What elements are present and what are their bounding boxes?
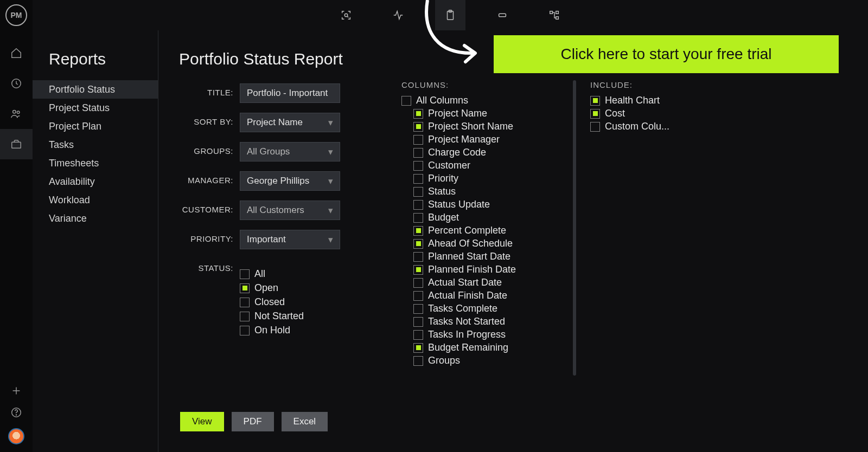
checkbox[interactable] — [413, 226, 423, 236]
svg-rect-3 — [12, 142, 21, 148]
checkbox[interactable] — [240, 326, 250, 335]
column-option-actual-start-date[interactable]: Actual Start Date — [413, 277, 575, 288]
chevron-down-icon: ▾ — [328, 117, 333, 128]
nav-people[interactable] — [0, 99, 33, 129]
user-avatar[interactable] — [8, 428, 24, 444]
title-input[interactable]: Portfolio - Important — [240, 83, 340, 103]
tab-tag[interactable] — [487, 0, 518, 30]
excel-button[interactable]: Excel — [282, 412, 328, 431]
column-option-project-short-name[interactable]: Project Short Name — [413, 121, 575, 132]
priority-select[interactable]: Important▾ — [240, 230, 340, 249]
checkbox[interactable] — [590, 96, 600, 106]
view-button[interactable]: View — [180, 412, 224, 431]
columns-section: COLUMNS: All Columns Project NameProject… — [401, 80, 575, 366]
column-option-tasks-in-progress[interactable]: Tasks In Progress — [413, 329, 575, 340]
tab-clipboard[interactable] — [435, 0, 465, 30]
status-option-on-hold[interactable]: On Hold — [240, 325, 343, 336]
pdf-button[interactable]: PDF — [232, 412, 274, 431]
status-option-all[interactable]: All — [240, 268, 343, 280]
column-option-project-manager[interactable]: Project Manager — [413, 134, 575, 145]
checkbox[interactable] — [413, 174, 423, 184]
checkbox-label: Tasks In Progress — [428, 329, 506, 340]
checkbox[interactable] — [590, 122, 600, 132]
checkbox-label: Actual Start Date — [428, 277, 502, 288]
manager-select[interactable]: George Phillips▾ — [240, 171, 340, 191]
column-option-status-update[interactable]: Status Update — [413, 199, 575, 210]
column-option-planned-finish-date[interactable]: Planned Finish Date — [413, 264, 575, 275]
include-option-cost[interactable]: Cost — [590, 108, 731, 119]
sidebar-item-project-plan[interactable]: Project Plan — [33, 117, 158, 135]
column-option-budget[interactable]: Budget — [413, 212, 575, 223]
include-option-custom-colu-[interactable]: Custom Colu... — [590, 121, 731, 132]
tab-search[interactable] — [331, 0, 361, 30]
column-option-planned-start-date[interactable]: Planned Start Date — [413, 251, 575, 262]
sidebar-item-project-status[interactable]: Project Status — [33, 99, 158, 117]
status-option-open[interactable]: Open — [240, 282, 343, 294]
column-option-status[interactable]: Status — [413, 186, 575, 197]
app-logo[interactable]: PM — [5, 4, 27, 26]
checkbox[interactable] — [240, 269, 250, 279]
checkbox[interactable] — [413, 343, 423, 353]
include-option-health-chart[interactable]: Health Chart — [590, 95, 731, 106]
checkbox[interactable] — [413, 252, 423, 262]
column-option-tasks-complete[interactable]: Tasks Complete — [413, 303, 575, 314]
nav-home[interactable] — [0, 38, 33, 68]
customer-select[interactable]: All Customers▾ — [240, 201, 340, 220]
column-option-tasks-not-started[interactable]: Tasks Not Started — [413, 316, 575, 327]
checkbox[interactable] — [413, 278, 423, 288]
checkbox[interactable] — [240, 298, 250, 307]
checkbox[interactable] — [413, 109, 423, 119]
label-status: STATUS: — [179, 259, 233, 273]
sidebar-item-portfolio-status[interactable]: Portfolio Status — [33, 80, 158, 99]
checkbox[interactable] — [413, 135, 423, 145]
column-option-project-name[interactable]: Project Name — [413, 108, 575, 119]
groups-select[interactable]: All Groups▾ — [240, 142, 340, 162]
checkbox[interactable] — [240, 312, 250, 321]
checkbox[interactable] — [413, 187, 423, 197]
checkbox[interactable] — [413, 122, 423, 132]
checkbox[interactable] — [413, 161, 423, 171]
column-option-customer[interactable]: Customer — [413, 160, 575, 171]
cta-banner[interactable]: Click here to start your free trial — [494, 35, 839, 73]
column-option-ahead-of-schedule[interactable]: Ahead Of Schedule — [413, 238, 575, 249]
column-option-percent-complete[interactable]: Percent Complete — [413, 225, 575, 236]
column-option-budget-remaining[interactable]: Budget Remaining — [413, 342, 575, 353]
sidebar-item-workload[interactable]: Workload — [33, 191, 158, 209]
checkbox[interactable] — [590, 109, 600, 119]
chevron-down-icon: ▾ — [328, 234, 333, 246]
tab-activity[interactable] — [383, 0, 413, 30]
sidebar-item-timesheets[interactable]: Timesheets — [33, 154, 158, 172]
column-option-charge-code[interactable]: Charge Code — [413, 147, 575, 158]
checkbox[interactable] — [413, 291, 423, 301]
tab-tree[interactable] — [539, 0, 570, 30]
svg-rect-11 — [556, 11, 559, 14]
checkbox[interactable] — [413, 304, 423, 314]
nav-help[interactable] — [0, 406, 33, 418]
status-option-closed[interactable]: Closed — [240, 296, 343, 308]
checkbox[interactable] — [413, 330, 423, 340]
checkbox[interactable] — [413, 356, 423, 366]
sidebar-item-availability[interactable]: Availability — [33, 172, 158, 191]
checkbox[interactable] — [413, 265, 423, 275]
checkbox[interactable] — [413, 148, 423, 158]
column-option-actual-finish-date[interactable]: Actual Finish Date — [413, 290, 575, 301]
checkbox[interactable] — [413, 213, 423, 223]
checkbox-label: Status Update — [428, 199, 490, 210]
checkbox[interactable] — [413, 200, 423, 210]
sidebar-item-variance[interactable]: Variance — [33, 209, 158, 228]
checkbox[interactable] — [413, 239, 423, 249]
checkbox[interactable] — [413, 317, 423, 327]
column-option-priority[interactable]: Priority — [413, 173, 575, 184]
report-heading: Portfolio Status Report — [179, 50, 343, 68]
column-option-groups[interactable]: Groups — [413, 355, 575, 366]
nav-add[interactable] — [0, 385, 33, 397]
checkbox[interactable] — [240, 283, 250, 293]
checkbox-all-columns[interactable]: All Columns — [401, 95, 575, 106]
checkbox-label: Closed — [254, 296, 285, 308]
checkbox-label: Groups — [428, 355, 460, 366]
nav-time[interactable] — [0, 68, 33, 99]
sort-select[interactable]: Project Name▾ — [240, 113, 340, 132]
status-option-not-started[interactable]: Not Started — [240, 311, 343, 322]
sidebar-item-tasks[interactable]: Tasks — [33, 135, 158, 154]
nav-reports[interactable] — [0, 129, 33, 159]
